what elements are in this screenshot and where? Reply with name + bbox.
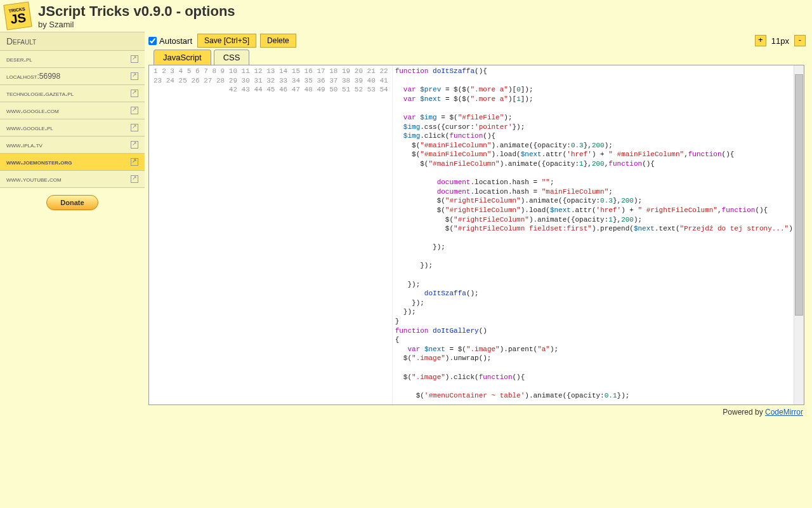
- sidebar-item-www-google-com[interactable]: www.google.com: [0, 102, 145, 119]
- font-increase-button[interactable]: +: [755, 35, 766, 46]
- powered-by-text: Powered by: [723, 408, 765, 417]
- font-decrease-button[interactable]: -: [794, 35, 806, 46]
- toolbar: Autostart Save [Ctrl+S] Delete + 11px -: [148, 32, 812, 50]
- autostart-label: Autostart: [159, 36, 192, 46]
- sidebar-item-deser-pl[interactable]: deser.pl: [0, 50, 145, 68]
- sidebar-item-label: www.google.com: [6, 106, 59, 115]
- tab-javascript[interactable]: JavaScript: [154, 50, 211, 65]
- tab-bar: JavaScript CSS: [154, 50, 812, 65]
- vertical-scrollbar[interactable]: [794, 65, 804, 404]
- sidebar-default[interactable]: Default: [0, 32, 145, 51]
- external-link-icon[interactable]: [131, 55, 138, 63]
- page-title: JScript Tricks v0.9.0 - options: [38, 3, 235, 20]
- app-header: TRICKS JS JScript Tricks v0.9.0 - option…: [0, 0, 812, 32]
- sidebar-item-www-youtube-com[interactable]: www.youtube.com: [0, 170, 145, 188]
- sidebar-default-label: Default: [6, 36, 36, 46]
- sidebar-item-label: www.youtube.com: [6, 175, 62, 184]
- author-text: by Szamil: [38, 20, 235, 29]
- font-size-display: 11px: [771, 36, 789, 46]
- external-link-icon[interactable]: [131, 107, 138, 114]
- donate-label: Donate: [60, 199, 84, 206]
- app-logo: TRICKS JS: [3, 1, 32, 30]
- sidebar-item-localhost-56998[interactable]: localhost:56998: [0, 67, 145, 85]
- codemirror-link[interactable]: CodeMirror: [765, 408, 803, 417]
- autostart-checkbox[interactable]: [148, 37, 157, 45]
- code-editor[interactable]: 1 2 3 4 5 6 7 8 9 10 11 12 13 14 15 16 1…: [148, 65, 804, 405]
- external-link-icon[interactable]: [131, 141, 138, 149]
- sidebar: Default deser.pllocalhost:56998technolog…: [0, 32, 145, 419]
- title-group: JScript Tricks v0.9.0 - options by Szami…: [38, 3, 235, 29]
- sidebar-item-label: technologie.gazeta.pl: [6, 89, 74, 98]
- delete-button[interactable]: Delete: [260, 34, 296, 48]
- content-area: Autostart Save [Ctrl+S] Delete + 11px - …: [145, 32, 812, 419]
- line-gutter: 1 2 3 4 5 6 7 8 9 10 11 12 13 14 15 16 1…: [149, 65, 393, 404]
- external-link-icon[interactable]: [131, 90, 138, 97]
- external-link-icon[interactable]: [131, 72, 138, 80]
- code-content[interactable]: function doItSzaffa(){ var $prev = $($("…: [393, 65, 804, 404]
- external-link-icon[interactable]: [131, 124, 138, 131]
- external-link-icon[interactable]: [131, 158, 138, 166]
- sidebar-item-label: localhost:56998: [6, 72, 60, 81]
- sidebar-item-www-google-pl[interactable]: www.google.pl: [0, 119, 145, 137]
- sidebar-item-label: deser.pl: [6, 55, 32, 64]
- sidebar-item-label: www.joemonster.org: [6, 157, 72, 166]
- sidebar-item-label: www.google.pl: [6, 123, 53, 132]
- sidebar-item-www-ipla-tv[interactable]: www.ipla.tv: [0, 136, 145, 154]
- footer: Powered by CodeMirror: [148, 405, 812, 419]
- save-button[interactable]: Save [Ctrl+S]: [197, 34, 256, 48]
- donate-button[interactable]: Donate: [46, 195, 98, 210]
- tab-css[interactable]: CSS: [214, 50, 250, 65]
- logo-js-text: JS: [10, 11, 27, 25]
- sidebar-item-label: www.ipla.tv: [6, 140, 43, 149]
- external-link-icon[interactable]: [131, 175, 138, 183]
- sidebar-item-technologie-gazeta-pl[interactable]: technologie.gazeta.pl: [0, 84, 145, 102]
- scroll-thumb[interactable]: [795, 74, 803, 316]
- sidebar-item-www-joemonster-org[interactable]: www.joemonster.org: [0, 153, 145, 171]
